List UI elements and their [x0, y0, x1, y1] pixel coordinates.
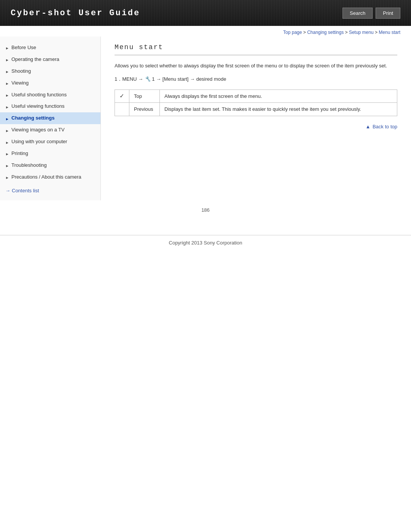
sidebar-item-before-use[interactable]: ► Before Use [0, 42, 100, 54]
chevron-right-icon: ► [5, 175, 9, 179]
sidebar-label-viewing-tv: Viewing images on a TV [11, 127, 65, 133]
arrow-right-icon: → [5, 188, 10, 193]
sidebar-label-useful-viewing: Useful viewing functions [11, 103, 64, 110]
content-area: Menu start Allows you to select whether … [101, 37, 411, 200]
breadcrumb-link-changing[interactable]: Changing settings [307, 30, 344, 35]
chevron-right-icon: ► [5, 69, 9, 73]
table-row: ✓ Top Always displays the first screen o… [115, 89, 397, 103]
sidebar-label-printing: Printing [11, 150, 28, 157]
header: Cyber-shot User Guide Search Print [0, 0, 411, 26]
breadcrumb-link-setup[interactable]: Setup menu [349, 30, 374, 35]
contents-list-anchor[interactable]: Contents list [12, 188, 39, 193]
sidebar-label-viewing: Viewing [11, 80, 29, 86]
sidebar-label-precautions: Precautions / About this camera [11, 174, 81, 181]
back-to-top[interactable]: ▲ Back to top [115, 124, 397, 129]
content-description: Allows you to select whether to always d… [115, 62, 397, 70]
chevron-right-icon: ► [5, 46, 9, 50]
sidebar-item-changing-settings[interactable]: ► Changing settings [0, 112, 100, 124]
sidebar-item-useful-viewing[interactable]: ► Useful viewing functions [0, 101, 100, 112]
page-title: Menu start [115, 43, 397, 55]
content-instruction: 1．MENU → 🔧 1 → [Menu start] → desired mo… [115, 75, 397, 83]
chevron-right-icon: ► [5, 163, 9, 167]
option-previous-description: Displays the last item set. This makes i… [160, 103, 397, 116]
option-previous-label: Previous [129, 103, 160, 116]
back-to-top-label: Back to top [373, 124, 397, 129]
wrench-icon: 🔧 [145, 76, 151, 82]
option-top-description: Always displays the first screen of the … [160, 89, 397, 103]
copyright-text: Copyright 2013 Sony Corporation [169, 240, 242, 246]
breadcrumb-link-menustart[interactable]: Menu start [379, 30, 400, 35]
table-row: Previous Displays the last item set. Thi… [115, 103, 397, 116]
sidebar-item-computer[interactable]: ► Using with your computer [0, 136, 100, 148]
search-button[interactable]: Search [342, 8, 373, 19]
checkmark-icon: ✓ [119, 93, 124, 99]
sidebar-label-changing-settings: Changing settings [11, 115, 54, 121]
sidebar-item-printing[interactable]: ► Printing [0, 148, 100, 160]
options-table: ✓ Top Always displays the first screen o… [115, 89, 397, 116]
chevron-right-icon: ► [5, 105, 9, 109]
sidebar-label-computer: Using with your computer [11, 139, 67, 145]
header-actions: Search Print [342, 8, 411, 19]
sidebar-label-useful-shooting: Useful shooting functions [11, 92, 67, 98]
chevron-right-icon: ► [5, 58, 9, 61]
chevron-right-icon: ► [5, 93, 9, 97]
breadcrumb: Top page > Changing settings > Setup men… [0, 26, 411, 37]
chevron-right-icon: ► [5, 152, 9, 155]
main-layout: ► Before Use ► Operating the camera ► Sh… [0, 37, 411, 200]
chevron-right-icon: ► [5, 81, 9, 85]
sidebar-item-troubleshooting[interactable]: ► Troubleshooting [0, 160, 100, 171]
sidebar-label-troubleshooting: Troubleshooting [11, 162, 47, 169]
print-button[interactable]: Print [376, 8, 400, 19]
sidebar-item-precautions[interactable]: ► Precautions / About this camera [0, 171, 100, 183]
check-empty-cell [115, 103, 129, 116]
chevron-right-icon: ► [5, 140, 9, 144]
option-top-label: Top [129, 89, 160, 103]
sidebar-label-shooting: Shooting [11, 68, 31, 75]
back-to-top-link[interactable]: ▲ Back to top [365, 124, 397, 129]
sidebar-item-useful-shooting[interactable]: ► Useful shooting functions [0, 89, 100, 101]
sidebar-item-operating[interactable]: ► Operating the camera [0, 54, 100, 66]
triangle-up-icon: ▲ [365, 124, 370, 129]
chevron-right-icon: ► [5, 117, 9, 120]
contents-list-link[interactable]: → Contents list [0, 183, 100, 195]
sidebar-item-shooting[interactable]: ► Shooting [0, 66, 100, 77]
sidebar: ► Before Use ► Operating the camera ► Sh… [0, 37, 101, 200]
sidebar-item-viewing[interactable]: ► Viewing [0, 77, 100, 89]
footer: Copyright 2013 Sony Corporation [0, 235, 411, 250]
app-title: Cyber-shot User Guide [0, 8, 140, 18]
check-mark-cell: ✓ [115, 89, 129, 103]
page-number: 186 [0, 200, 411, 220]
sidebar-item-viewing-tv[interactable]: ► Viewing images on a TV [0, 124, 100, 136]
sidebar-label-operating: Operating the camera [11, 56, 59, 63]
breadcrumb-link-top[interactable]: Top page [283, 30, 302, 35]
chevron-right-icon: ► [5, 128, 9, 132]
sidebar-label-before-use: Before Use [11, 45, 36, 51]
